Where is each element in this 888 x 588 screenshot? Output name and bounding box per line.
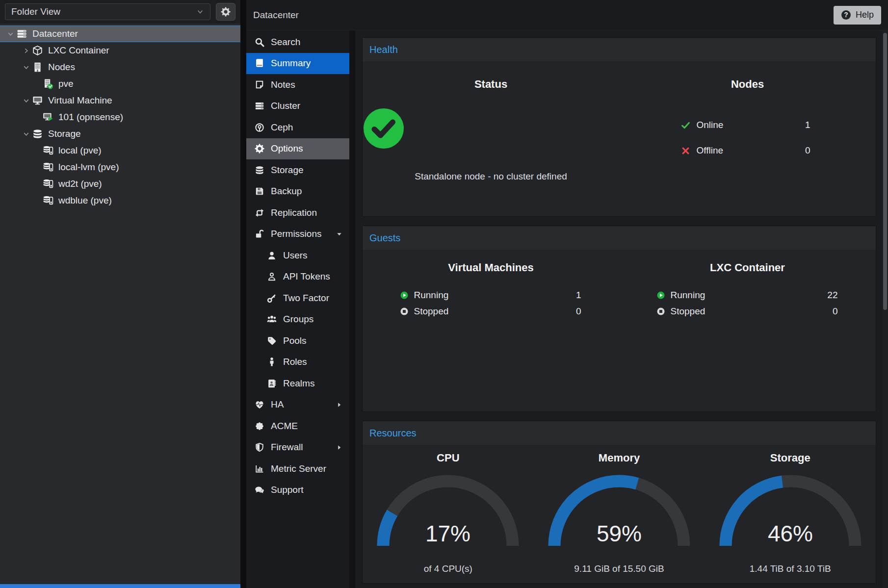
nav-item-label: Pools — [283, 335, 307, 346]
tree-item-label: pve — [58, 78, 74, 89]
storage-drive-icon — [42, 195, 53, 206]
guests-panel-header: Guests — [363, 226, 876, 250]
scrollbar-thumb[interactable] — [883, 33, 887, 310]
guest-status-row-lxc-container-stopped[interactable]: Stopped0 — [656, 303, 839, 319]
help-button[interactable]: ? Help — [834, 6, 881, 25]
nav-item-options[interactable]: Options — [246, 138, 349, 160]
content-scrollbar[interactable] — [882, 30, 888, 588]
tree-item-storage[interactable]: Storage — [0, 126, 240, 142]
guest-status-row-lxc-container-running[interactable]: Running22 — [656, 287, 839, 303]
nav-item-label: Permissions — [271, 229, 321, 239]
nav-item-label: Realms — [283, 378, 314, 389]
node-status-value: 0 — [805, 145, 814, 156]
nav-item-label: Support — [271, 485, 304, 495]
expander-spacer — [38, 113, 42, 121]
chevron-right-icon[interactable] — [23, 47, 32, 54]
tree-item-wd2t-pve[interactable]: wd2t (pve) — [0, 176, 240, 192]
nodes-status-column: Nodes Online1Offline0 — [619, 61, 876, 216]
chevron-down-icon[interactable] — [23, 97, 32, 104]
guest-status-row-virtual-machines-running[interactable]: Running1 — [400, 287, 582, 303]
tree-item-lxc-container[interactable]: LXC Container — [0, 42, 240, 59]
tree-settings-button[interactable] — [216, 3, 235, 21]
user-outline-icon — [267, 272, 277, 281]
nav-item-realms[interactable]: Realms — [246, 373, 349, 394]
nav-item-search[interactable]: Search — [246, 31, 349, 53]
status-title: Status — [363, 78, 619, 91]
health-panel: Health Status Standalone node - no clust… — [362, 37, 876, 217]
question-circle-icon: ? — [841, 10, 851, 20]
building-icon — [32, 62, 43, 73]
nav-item-summary[interactable]: Summary — [246, 53, 349, 75]
tree-item-nodes[interactable]: Nodes — [0, 59, 240, 76]
tree-item-pve[interactable]: pve — [0, 76, 240, 92]
heartbeat-icon — [255, 400, 264, 409]
nav-item-users[interactable]: Users — [246, 245, 349, 266]
nav-item-firewall[interactable]: Firewall — [246, 437, 349, 459]
nav-item-pools[interactable]: Pools — [246, 330, 349, 352]
guests-rows: Running1Stopped0 — [400, 287, 582, 319]
user-icon — [267, 251, 277, 260]
nav-item-notes[interactable]: Notes — [246, 74, 349, 96]
nav-item-label: Search — [271, 37, 300, 48]
panel-splitter[interactable] — [240, 0, 246, 588]
gauge-subtitle: of 4 CPU(s) — [363, 563, 534, 574]
nav-item-label: Cluster — [271, 101, 300, 111]
nav-item-replication[interactable]: Replication — [246, 202, 349, 224]
tree-item-local-pve[interactable]: local (pve) — [0, 142, 240, 159]
nav-item-label: HA — [271, 399, 284, 410]
node-online-icon — [42, 78, 53, 89]
guest-status-row-virtual-machines-stopped[interactable]: Stopped0 — [400, 303, 582, 319]
caret-right-icon — [336, 444, 343, 451]
expander-spacer — [38, 163, 42, 171]
tree-item-virtual-machine[interactable]: Virtual Machine — [0, 92, 240, 109]
nav-item-metric-server[interactable]: Metric Server — [246, 458, 349, 480]
nav-item-label: Replication — [271, 207, 317, 218]
chevron-down-icon[interactable] — [7, 30, 16, 38]
nav-item-ha[interactable]: HA — [246, 394, 349, 416]
nav-item-storage[interactable]: Storage — [246, 159, 349, 181]
nav-item-api-tokens[interactable]: API Tokens — [246, 266, 349, 288]
left-panel-resize-strip[interactable] — [0, 584, 240, 588]
tree-item-label: 101 (opnsense) — [58, 112, 123, 123]
chevron-down-icon[interactable] — [23, 130, 32, 138]
acme-icon — [255, 421, 264, 431]
tree-item-local-lvm-pve[interactable]: local-lvm (pve) — [0, 159, 240, 176]
health-panel-body: Status Standalone node - no cluster defi… — [363, 61, 876, 216]
chevron-down-icon[interactable] — [23, 63, 32, 71]
tree-item-101-opnsense[interactable]: 101 (opnsense) — [0, 109, 240, 126]
nav-item-backup[interactable]: Backup — [246, 181, 349, 203]
gauge-title: Memory — [534, 452, 705, 464]
nav-item-ceph[interactable]: Ceph — [246, 117, 349, 138]
nav-item-permissions[interactable]: Permissions — [246, 224, 349, 245]
tree-item-wdblue-pve[interactable]: wdblue (pve) — [0, 192, 240, 209]
proxmox-app: Folder View DatacenterLXC ContainerNodes… — [0, 0, 888, 588]
nav-item-cluster[interactable]: Cluster — [246, 96, 349, 117]
node-status-value: 1 — [805, 120, 814, 130]
tree-item-datacenter[interactable]: Datacenter — [0, 26, 240, 42]
node-status-row-offline: Offline0 — [681, 138, 814, 163]
nav-item-support[interactable]: Support — [246, 480, 349, 501]
storage-drive-icon — [42, 145, 53, 156]
guests-column-lxc-container: LXC ContainerRunning22Stopped0 — [619, 250, 876, 411]
comments-icon — [255, 485, 264, 495]
nav-item-roles[interactable]: Roles — [246, 352, 349, 373]
help-button-label: Help — [856, 10, 874, 20]
storage-drive-icon — [42, 162, 53, 173]
nav-item-label: Two Factor — [283, 293, 329, 304]
nav-item-acme[interactable]: ACME — [246, 415, 349, 437]
expander-spacer — [38, 180, 42, 188]
cube-icon — [32, 45, 43, 56]
database-icon — [32, 128, 43, 139]
gauge-storage: Storage46%1.44 TiB of 3.10 TiB — [705, 449, 876, 583]
health-panel-header: Health — [363, 38, 876, 61]
datacenter-icon — [16, 28, 27, 39]
guests-column-virtual-machines: Virtual MachinesRunning1Stopped0 — [363, 250, 619, 411]
view-mode-select[interactable]: Folder View — [5, 3, 210, 20]
running-icon — [400, 291, 409, 300]
nav-item-two-factor[interactable]: Two Factor — [246, 287, 349, 309]
users-icon — [267, 314, 277, 324]
guest-status-label: Stopped — [671, 306, 705, 317]
nav-item-groups[interactable]: Groups — [246, 309, 349, 331]
content-region: Datacenter ? Help SearchSummaryNotesClus… — [246, 0, 888, 588]
gauge-percent: 17% — [425, 521, 470, 546]
